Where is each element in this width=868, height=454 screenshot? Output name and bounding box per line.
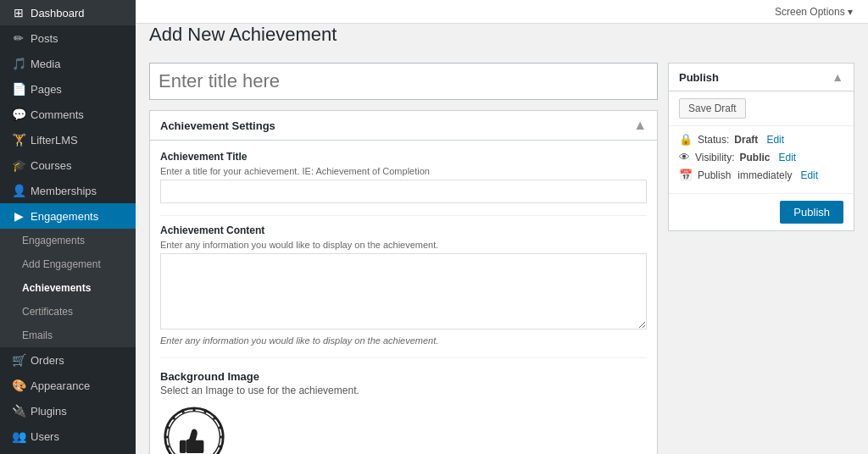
sidebar-item-comments[interactable]: 💬 Comments xyxy=(0,102,136,127)
content-area: Achievement Settings ▲ Achievement Title… xyxy=(136,53,868,454)
page-title: Add New Achievement xyxy=(136,24,868,53)
background-image-section: Background Image Select an Image to use … xyxy=(160,367,647,454)
visibility-icon: 👁 xyxy=(679,151,690,163)
sidebar: ⊞ Dashboard ✏ Posts 🎵 Media 📄 Pages 💬 Co… xyxy=(0,0,136,454)
achievement-content-group: Achievement Content Enter any informatio… xyxy=(160,224,647,346)
metabox-title: Achievement Settings xyxy=(160,119,275,132)
posts-icon: ✏ xyxy=(12,31,25,45)
achievement-content-footer: Enter any information you would like to … xyxy=(160,335,647,346)
editor-column: Achievement Settings ▲ Achievement Title… xyxy=(149,63,658,454)
achievement-title-input[interactable] xyxy=(160,180,647,203)
publish-box-toggle-icon[interactable]: ▲ xyxy=(832,70,843,84)
achievement-content-label: Achievement Content xyxy=(160,224,647,236)
visibility-edit-link[interactable]: Edit xyxy=(778,152,796,163)
media-icon: 🎵 xyxy=(12,57,25,70)
schedule-edit-link[interactable]: Edit xyxy=(800,169,818,181)
post-title-input[interactable] xyxy=(149,63,658,100)
lifterlms-icon: 🏋 xyxy=(12,133,25,147)
engagements-icon: ▶ xyxy=(12,209,25,223)
svg-line-4 xyxy=(214,417,216,419)
divider-2 xyxy=(160,357,647,358)
status-icon: 🔒 xyxy=(679,133,693,146)
thumbsup-svg xyxy=(162,405,226,454)
svg-line-3 xyxy=(204,410,206,412)
appearance-icon: 🎨 xyxy=(12,379,25,392)
top-bar: Screen Options ▾ xyxy=(136,0,868,24)
calendar-icon: 📅 xyxy=(679,169,693,181)
sidebar-submenu-certificates[interactable]: Certificates xyxy=(0,300,136,324)
sidebar-item-dashboard[interactable]: ⊞ Dashboard xyxy=(0,0,136,25)
sidebar-item-courses[interactable]: 🎓 Courses xyxy=(0,152,136,178)
sidebar-item-appearance[interactable]: 🎨 Appearance xyxy=(0,373,136,398)
sidebar-item-tools[interactable]: 🔧 Tools xyxy=(0,449,136,454)
achievement-settings-metabox: Achievement Settings ▲ Achievement Title… xyxy=(149,110,658,454)
achievement-image-preview xyxy=(160,403,228,454)
svg-line-7 xyxy=(219,446,221,447)
achievement-title-label: Achievement Title xyxy=(160,151,647,163)
memberships-icon: 👤 xyxy=(12,184,25,197)
publish-box: Publish ▲ Save Draft 🔒 Status: Draft Edi… xyxy=(668,63,854,231)
metabox-toggle-icon[interactable]: ▲ xyxy=(633,118,647,133)
sidebar-submenu-achievements[interactable]: Achievements xyxy=(0,276,136,300)
main-content: Screen Options ▾ Add New Achievement Ach… xyxy=(136,0,868,454)
visibility-row: 👁 Visibility: Public Edit xyxy=(679,151,843,163)
status-row: 🔒 Status: Draft Edit xyxy=(679,133,843,146)
pages-icon: 📄 xyxy=(12,82,25,96)
sidebar-submenu-emails[interactable]: Emails xyxy=(0,324,136,347)
screen-options-button[interactable]: Screen Options ▾ xyxy=(770,4,858,19)
engagements-submenu: Engagements Add Engagement Achievements … xyxy=(0,229,136,347)
schedule-label: Publish xyxy=(698,169,731,181)
sidebar-item-orders[interactable]: 🛒 Orders xyxy=(0,347,136,373)
sidebar-submenu-add-engagement[interactable]: Add Engagement xyxy=(0,252,136,276)
sidebar-item-lifterlms[interactable]: 🏋 LifterLMS xyxy=(0,127,136,152)
achievement-title-hint: Enter a title for your achievement. IE: … xyxy=(160,166,647,176)
svg-line-16 xyxy=(172,417,175,419)
publish-box-title: Publish xyxy=(679,71,719,84)
status-edit-link[interactable]: Edit xyxy=(766,134,784,146)
sidebar-item-pages[interactable]: 📄 Pages xyxy=(0,76,136,102)
save-draft-button[interactable]: Save Draft xyxy=(679,98,746,119)
schedule-row: 📅 Publish immediately Edit xyxy=(679,169,843,181)
achievement-title-group: Achievement Title Enter a title for your… xyxy=(160,151,647,203)
svg-line-5 xyxy=(219,427,221,429)
plugins-icon: 🔌 xyxy=(12,404,25,418)
sidebar-item-plugins[interactable]: 🔌 Plugins xyxy=(0,398,136,424)
svg-line-13 xyxy=(167,446,170,447)
svg-line-15 xyxy=(167,427,170,429)
bg-image-hint: Select an Image to use for the achieveme… xyxy=(160,385,647,396)
svg-line-17 xyxy=(182,410,184,412)
metabox-header[interactable]: Achievement Settings ▲ xyxy=(150,111,657,141)
sidebar-item-engagements[interactable]: ▶ Engagements xyxy=(0,203,136,229)
publish-box-header: Publish ▲ xyxy=(669,64,854,91)
publish-box-footer: Publish xyxy=(669,193,854,230)
sidebar-submenu-engagements[interactable]: Engagements xyxy=(0,229,136,252)
sidebar-panel: Publish ▲ Save Draft 🔒 Status: Draft Edi… xyxy=(668,63,854,454)
users-icon: 👥 xyxy=(12,429,25,443)
bg-image-label: Background Image xyxy=(160,370,647,383)
visibility-value: Public xyxy=(739,152,770,163)
publish-button[interactable]: Publish xyxy=(780,201,843,224)
publish-box-actions-top: Save Draft xyxy=(669,91,854,126)
dashboard-icon: ⊞ xyxy=(12,6,25,19)
comments-icon: 💬 xyxy=(12,108,25,121)
courses-icon: 🎓 xyxy=(12,158,25,172)
orders-icon: 🛒 xyxy=(12,353,25,367)
achievement-content-hint: Enter any information you would like to … xyxy=(160,240,647,250)
publish-meta: 🔒 Status: Draft Edit 👁 Visibility: Publi… xyxy=(669,126,854,193)
status-label: Status: xyxy=(698,134,729,146)
metabox-body: Achievement Title Enter a title for your… xyxy=(150,141,657,454)
svg-rect-18 xyxy=(180,440,186,453)
sidebar-item-users[interactable]: 👥 Users xyxy=(0,424,136,449)
schedule-value: immediately xyxy=(737,169,792,181)
sidebar-item-media[interactable]: 🎵 Media xyxy=(0,51,136,76)
status-value: Draft xyxy=(734,134,758,146)
visibility-label: Visibility: xyxy=(695,152,734,163)
sidebar-item-posts[interactable]: ✏ Posts xyxy=(0,25,136,51)
divider-1 xyxy=(160,215,647,216)
sidebar-item-memberships[interactable]: 👤 Memberships xyxy=(0,178,136,203)
achievement-content-textarea[interactable] xyxy=(160,253,647,329)
